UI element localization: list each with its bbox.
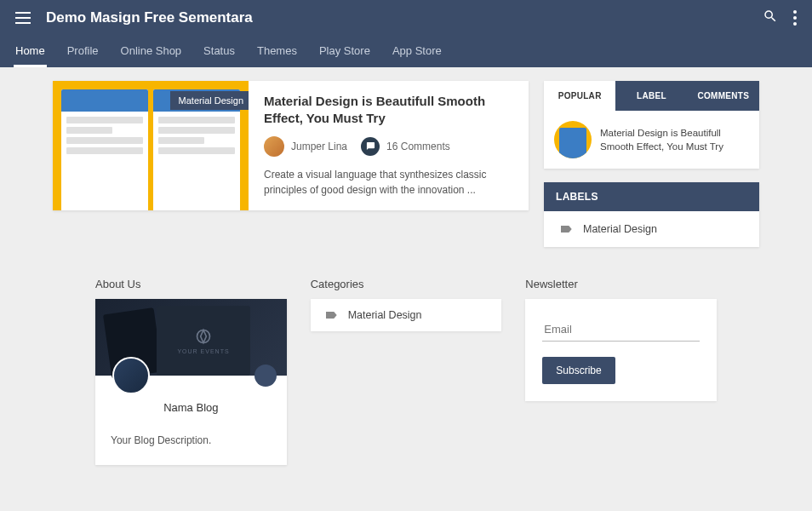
app-header: Demo Masign Free Sementara Home Profile …	[0, 0, 812, 67]
header-actions	[763, 9, 797, 27]
author-avatar[interactable]	[264, 136, 284, 157]
labels-widget: LABELS Material Design	[544, 182, 759, 247]
tag-icon	[324, 310, 338, 320]
about-card: YOUR EVENTS Nama Blog Your Blog Descript…	[95, 299, 287, 465]
about-avatar[interactable]	[112, 357, 150, 394]
newsletter-card: Subscribe	[525, 299, 717, 401]
svg-point-0	[197, 330, 210, 342]
post-meta: Jumper Lina 16 Comments	[264, 136, 513, 157]
more-icon[interactable]	[793, 10, 797, 26]
category-item[interactable]: Material Design	[311, 299, 502, 331]
author-name[interactable]: Jumper Lina	[291, 141, 347, 152]
tabs-widget: POPULAR LABEL COMMENTS Material Design i…	[544, 81, 759, 169]
nav-online-shop[interactable]: Online Shop	[121, 36, 182, 67]
newsletter-heading: Newsletter	[525, 278, 717, 290]
post-title[interactable]: Material Design is Beautifull Smooth Eff…	[264, 93, 513, 128]
labels-header: LABELS	[544, 182, 759, 211]
banner-text: YOUR EVENTS	[177, 348, 229, 354]
categories-col: Categories Material Design	[311, 278, 502, 465]
tabs-bar: POPULAR LABEL COMMENTS	[544, 81, 759, 111]
email-field[interactable]	[542, 318, 700, 342]
main-nav: Home Profile Online Shop Status Themes P…	[0, 36, 812, 67]
post-body: Material Design is Beautifull Smooth Eff…	[249, 81, 529, 210]
blog-name: Nama Blog	[111, 401, 272, 414]
post-tag[interactable]: Material Design	[170, 91, 249, 110]
tab-comments[interactable]: COMMENTS	[688, 81, 759, 111]
nav-app-store[interactable]: App Store	[392, 36, 442, 67]
site-title: Demo Masign Free Sementara	[46, 9, 763, 26]
nav-profile[interactable]: Profile	[67, 36, 99, 67]
comment-icon[interactable]	[361, 137, 380, 156]
content-area: Material Design Material Design is Beaut…	[0, 67, 812, 278]
categories-card: Material Design	[311, 299, 502, 331]
header-top: Demo Masign Free Sementara	[0, 0, 812, 36]
sidebar: POPULAR LABEL COMMENTS Material Design i…	[544, 81, 759, 261]
category-name: Material Design	[348, 309, 422, 321]
popular-title: Material Design is Beautifull Smooth Eff…	[600, 126, 749, 153]
newsletter-col: Newsletter Subscribe	[525, 278, 717, 465]
subscribe-button[interactable]: Subscribe	[542, 357, 615, 384]
nav-themes[interactable]: Themes	[257, 36, 297, 67]
post-card: Material Design Material Design is Beaut…	[53, 81, 529, 210]
hamburger-icon[interactable]	[15, 12, 31, 24]
main-column: Material Design Material Design is Beaut…	[53, 81, 529, 261]
about-col: About Us YOUR EVENTS Nama Blog Your Blog…	[95, 278, 287, 465]
popular-item[interactable]: Material Design is Beautifull Smooth Eff…	[544, 111, 759, 169]
about-banner: YOUR EVENTS	[95, 299, 287, 376]
nav-status[interactable]: Status	[203, 36, 235, 67]
nav-play-store[interactable]: Play Store	[319, 36, 370, 67]
nav-home[interactable]: Home	[15, 36, 45, 67]
tag-icon	[559, 224, 573, 234]
label-name: Material Design	[583, 223, 657, 235]
tab-label[interactable]: LABEL	[615, 81, 687, 111]
label-item[interactable]: Material Design	[544, 211, 759, 247]
search-icon[interactable]	[763, 9, 778, 27]
tab-popular[interactable]: POPULAR	[544, 81, 615, 111]
popular-thumb	[554, 121, 592, 158]
footer-widgets: About Us YOUR EVENTS Nama Blog Your Blog…	[0, 278, 812, 482]
categories-heading: Categories	[311, 278, 502, 290]
comment-count[interactable]: 16 Comments	[386, 141, 450, 152]
about-fab[interactable]	[254, 365, 277, 387]
about-heading: About Us	[95, 278, 287, 290]
blog-desc: Your Blog Description.	[111, 434, 272, 446]
post-excerpt: Create a visual language that synthesize…	[264, 167, 513, 198]
post-thumbnail[interactable]: Material Design	[53, 81, 249, 210]
